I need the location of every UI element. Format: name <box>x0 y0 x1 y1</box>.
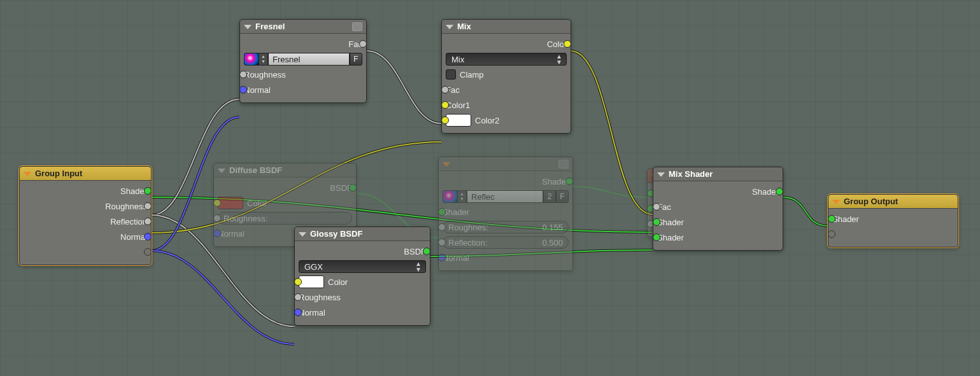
socket-in-color[interactable] <box>213 199 221 207</box>
blend-mode-dropdown[interactable]: Mix ▲▼ <box>446 53 567 66</box>
socket-out-shader[interactable] <box>144 187 152 195</box>
f-button[interactable]: F <box>556 190 569 203</box>
node-title: Fresnel <box>255 22 352 31</box>
socket-out-roughness[interactable] <box>144 202 152 210</box>
socket-in-shader2[interactable] <box>653 233 660 241</box>
node-title: Mix <box>457 22 567 31</box>
socket-in-roughness[interactable] <box>438 223 446 231</box>
reflection-field[interactable]: Reflection: 0.500 <box>443 236 569 249</box>
node-header[interactable]: Fresnel <box>240 20 366 34</box>
roughness-field[interactable]: Roughnes: 0.155 <box>443 221 569 233</box>
pin-icon[interactable] <box>558 160 569 169</box>
input-roughness: Roughnes: 0.155 <box>443 219 569 235</box>
node-title: Group Input <box>35 169 147 178</box>
color-swatch[interactable] <box>299 275 324 288</box>
fresnel-name-field[interactable]: Fresnel <box>268 53 350 66</box>
socket-in-fac[interactable] <box>441 86 449 94</box>
collapse-icon[interactable] <box>657 172 665 177</box>
socket-in-roughness[interactable] <box>213 214 221 222</box>
clamp-checkbox[interactable] <box>446 69 456 80</box>
node-mix-shader[interactable]: Mix Shader Shader Fac Shader Shader <box>653 167 783 251</box>
socket-out-fac[interactable] <box>359 40 367 48</box>
socket-out-empty[interactable] <box>144 248 152 256</box>
socket-out-color[interactable] <box>564 40 571 48</box>
socket-in-empty[interactable] <box>828 230 835 238</box>
node-header[interactable]: Group Input <box>20 167 151 181</box>
socket-out-reflection[interactable] <box>144 218 152 225</box>
socket-in-color[interactable] <box>294 278 302 286</box>
socket-in-roughness[interactable] <box>294 293 302 301</box>
input-normal: Normal <box>443 250 569 265</box>
node-title: Glossy BSDF <box>310 229 426 239</box>
output-normal: Normal <box>24 229 147 244</box>
input-roughness: Roughness <box>299 289 426 305</box>
colorpicker-icon[interactable] <box>244 53 259 66</box>
color2-swatch[interactable] <box>446 114 471 127</box>
collapse-icon[interactable] <box>299 232 306 237</box>
node-group-output[interactable]: Group Output Shader <box>828 194 958 247</box>
spinner-icon[interactable]: ▲▼ <box>259 53 268 66</box>
blend-mode-row: Mix ▲▼ <box>446 52 567 67</box>
input-fac: Fac <box>657 199 779 214</box>
node-header[interactable]: Glossy BSDF <box>295 227 430 241</box>
two-button[interactable]: 2 <box>543 190 556 203</box>
collapse-icon[interactable] <box>443 162 450 167</box>
socket-in-roughness[interactable] <box>239 71 247 78</box>
dropdown-arrows-icon: ▲▼ <box>415 261 422 272</box>
pin-icon[interactable] <box>352 22 362 31</box>
node-title: Mix Shader <box>669 169 779 179</box>
output-reflection: Reflection <box>24 214 147 229</box>
socket-in-fac[interactable] <box>653 203 660 211</box>
roughness-field[interactable]: Roughness: <box>218 212 352 225</box>
socket-in-normal[interactable] <box>438 254 446 261</box>
reflec-row: ▲▼ Reflec 2 F <box>443 189 569 204</box>
collapse-icon[interactable] <box>244 25 252 29</box>
output-roughness: Roughness <box>24 198 147 214</box>
f-button[interactable]: F <box>350 53 362 66</box>
socket-out-bsdf[interactable] <box>423 247 430 255</box>
node-header[interactable]: Group Output <box>828 195 958 209</box>
node-title: Diffuse BSDF <box>229 165 352 175</box>
collapse-icon[interactable] <box>446 25 453 29</box>
output-fac: Fac <box>244 36 362 52</box>
color-swatch[interactable] <box>218 197 243 209</box>
socket-in-reflection[interactable] <box>438 239 446 246</box>
socket-in-shader[interactable] <box>438 208 446 216</box>
socket-in-normal[interactable] <box>294 309 302 316</box>
socket-in-normal[interactable] <box>213 230 221 237</box>
input-shader1: Shader <box>657 214 779 230</box>
input-color2: Color2 <box>446 113 567 128</box>
input-shader: Shader <box>443 204 569 219</box>
node-header[interactable]: Mix Shader <box>653 167 783 181</box>
socket-out-bsdf[interactable] <box>349 184 357 191</box>
socket-in-color2[interactable] <box>441 116 449 124</box>
node-mix[interactable]: Mix Color Mix ▲▼ Clamp Fac Color1 Col <box>441 19 571 134</box>
socket-in-normal[interactable] <box>239 86 247 94</box>
distribution-dropdown[interactable]: GGX ▲▼ <box>299 260 426 273</box>
reflec-field[interactable]: Reflec <box>467 190 543 203</box>
output-color: Color <box>446 36 567 52</box>
node-header[interactable]: Diffuse BSDF <box>214 164 356 178</box>
socket-in-shader[interactable] <box>828 215 835 223</box>
collapse-icon[interactable] <box>218 169 225 173</box>
collapse-icon[interactable] <box>832 200 840 204</box>
collapse-icon[interactable] <box>24 172 31 176</box>
socket-out-shader[interactable] <box>565 178 573 185</box>
input-reflection: Reflection: 0.500 <box>443 235 569 250</box>
input-roughness: Roughness <box>244 67 362 82</box>
fresnel-name-row: ▲▼ Fresnel F <box>244 52 362 67</box>
node-group-bg[interactable]: Shader ▲▼ Reflec 2 F Shader Roughnes: 0.… <box>438 157 573 271</box>
spinner-icon[interactable]: ▲▼ <box>458 190 467 203</box>
node-header[interactable] <box>439 157 572 171</box>
colorpicker-icon[interactable] <box>443 190 458 203</box>
socket-in-shader1[interactable] <box>653 218 660 226</box>
input-normal: Normal <box>244 82 362 97</box>
clamp-row: Clamp <box>446 67 567 82</box>
node-glossy-bsdf[interactable]: Glossy BSDF BSDF GGX ▲▼ Color Roughness … <box>294 226 430 326</box>
node-header[interactable]: Mix <box>442 20 571 34</box>
socket-in-color1[interactable] <box>441 101 449 109</box>
node-fresnel[interactable]: Fresnel Fac ▲▼ Fresnel F Roughness Norma… <box>239 19 367 103</box>
node-group-input[interactable]: Group Input Shader Roughness Reflection … <box>19 166 152 265</box>
socket-out-normal[interactable] <box>144 233 152 240</box>
socket-out-shader[interactable] <box>776 188 783 195</box>
